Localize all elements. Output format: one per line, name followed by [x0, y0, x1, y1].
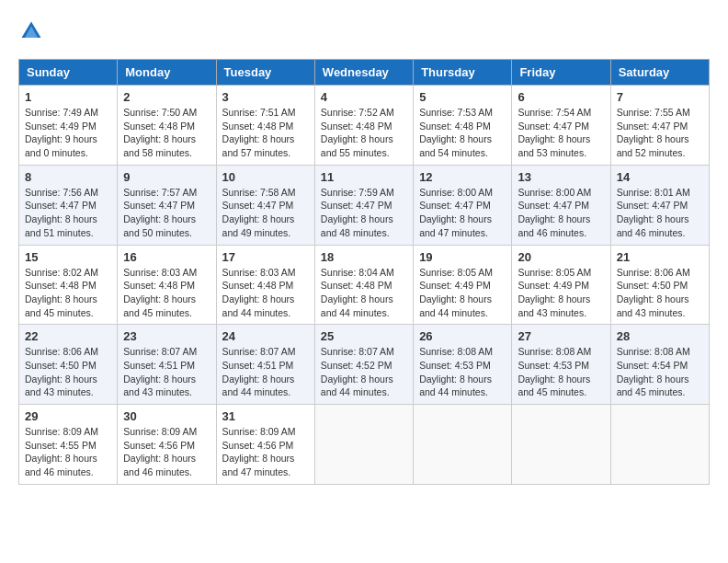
sunrise-label: Sunrise: 8:09 AM: [222, 426, 296, 437]
sunset-label: Sunset: 4:47 PM: [123, 200, 195, 211]
cell-content: Sunrise: 8:08 AM Sunset: 4:54 PM Dayligh…: [617, 345, 703, 399]
cell-content: Sunrise: 7:59 AM Sunset: 4:47 PM Dayligh…: [321, 186, 407, 240]
daylight-label: Daylight: 8 hours and 43 minutes.: [123, 373, 196, 398]
calendar-cell: 23 Sunrise: 8:07 AM Sunset: 4:51 PM Dayl…: [118, 325, 216, 405]
daylight-label: Daylight: 8 hours and 46 minutes.: [617, 213, 689, 238]
daylight-label: Daylight: 8 hours and 47 minutes.: [222, 453, 295, 477]
calendar-cell: 7 Sunrise: 7:55 AM Sunset: 4:47 PM Dayli…: [610, 86, 709, 166]
day-number: 10: [222, 170, 309, 184]
daylight-label: Daylight: 8 hours and 44 minutes.: [321, 373, 393, 398]
calendar-cell: 16 Sunrise: 8:03 AM Sunset: 4:48 PM Dayl…: [118, 245, 216, 325]
day-number: 31: [222, 409, 309, 423]
sunrise-label: Sunrise: 7:55 AM: [617, 107, 690, 118]
sunset-label: Sunset: 4:48 PM: [222, 121, 294, 132]
day-number: 13: [518, 170, 604, 184]
sunset-label: Sunset: 4:55 PM: [25, 440, 97, 451]
cell-content: Sunrise: 8:08 AM Sunset: 4:53 PM Dayligh…: [518, 345, 604, 399]
sunrise-label: Sunrise: 7:51 AM: [222, 107, 296, 118]
daylight-label: Daylight: 8 hours and 49 minutes.: [222, 213, 295, 238]
calendar-cell: 9 Sunrise: 7:57 AM Sunset: 4:47 PM Dayli…: [118, 165, 216, 245]
daylight-label: Daylight: 8 hours and 58 minutes.: [123, 133, 196, 158]
day-number: 26: [419, 329, 506, 343]
sunrise-label: Sunrise: 8:05 AM: [518, 267, 591, 278]
calendar-cell: 22 Sunrise: 8:06 AM Sunset: 4:50 PM Dayl…: [19, 325, 118, 405]
sunrise-label: Sunrise: 8:03 AM: [222, 267, 296, 278]
day-number: 25: [321, 329, 407, 343]
calendar-cell: 31 Sunrise: 8:09 AM Sunset: 4:56 PM Dayl…: [216, 405, 314, 485]
cell-content: Sunrise: 8:04 AM Sunset: 4:48 PM Dayligh…: [321, 266, 407, 320]
sunrise-label: Sunrise: 7:59 AM: [321, 187, 394, 198]
day-number: 18: [321, 250, 407, 264]
day-header-monday: Monday: [118, 60, 216, 86]
daylight-label: Daylight: 8 hours and 44 minutes.: [321, 293, 393, 318]
calendar-cell: 10 Sunrise: 7:58 AM Sunset: 4:47 PM Dayl…: [216, 165, 314, 245]
cell-content: Sunrise: 8:09 AM Sunset: 4:56 PM Dayligh…: [123, 425, 210, 479]
calendar-cell: 15 Sunrise: 8:02 AM Sunset: 4:48 PM Dayl…: [19, 245, 118, 325]
day-number: 30: [123, 409, 210, 423]
sunrise-label: Sunrise: 8:01 AM: [617, 187, 690, 198]
sunset-label: Sunset: 4:47 PM: [321, 200, 392, 211]
sunrise-label: Sunrise: 8:06 AM: [25, 346, 98, 357]
daylight-label: Daylight: 8 hours and 45 minutes.: [123, 293, 196, 318]
day-number: 24: [222, 329, 309, 343]
sunset-label: Sunset: 4:50 PM: [617, 280, 688, 291]
calendar-cell: 18 Sunrise: 8:04 AM Sunset: 4:48 PM Dayl…: [314, 245, 413, 325]
sunset-label: Sunset: 4:47 PM: [25, 200, 97, 211]
day-number: 20: [518, 250, 604, 264]
cell-content: Sunrise: 8:09 AM Sunset: 4:55 PM Dayligh…: [25, 425, 111, 479]
calendar-cell: 30 Sunrise: 8:09 AM Sunset: 4:56 PM Dayl…: [118, 405, 216, 485]
day-number: 1: [25, 90, 111, 104]
logo-icon: [18, 18, 44, 44]
calendar-cell: 19 Sunrise: 8:05 AM Sunset: 4:49 PM Dayl…: [414, 245, 512, 325]
cell-content: Sunrise: 7:51 AM Sunset: 4:48 PM Dayligh…: [222, 106, 309, 160]
daylight-label: Daylight: 8 hours and 51 minutes.: [25, 213, 97, 238]
cell-content: Sunrise: 8:00 AM Sunset: 4:47 PM Dayligh…: [518, 186, 604, 240]
calendar-week-row: 8 Sunrise: 7:56 AM Sunset: 4:47 PM Dayli…: [19, 165, 710, 245]
daylight-label: Daylight: 8 hours and 45 minutes.: [518, 373, 590, 398]
sunrise-label: Sunrise: 7:52 AM: [321, 107, 394, 118]
cell-content: Sunrise: 8:05 AM Sunset: 4:49 PM Dayligh…: [419, 266, 506, 320]
cell-content: Sunrise: 7:49 AM Sunset: 4:49 PM Dayligh…: [25, 106, 111, 160]
calendar-cell: 28 Sunrise: 8:08 AM Sunset: 4:54 PM Dayl…: [610, 325, 709, 405]
calendar-cell: 14 Sunrise: 8:01 AM Sunset: 4:47 PM Dayl…: [610, 165, 709, 245]
day-number: 8: [25, 170, 111, 184]
day-number: 23: [123, 329, 210, 343]
day-number: 2: [123, 90, 210, 104]
sunset-label: Sunset: 4:56 PM: [222, 440, 294, 451]
calendar-cell: 4 Sunrise: 7:52 AM Sunset: 4:48 PM Dayli…: [314, 86, 413, 166]
sunrise-label: Sunrise: 8:09 AM: [25, 426, 98, 437]
day-number: 22: [25, 329, 111, 343]
calendar-cell: 5 Sunrise: 7:53 AM Sunset: 4:48 PM Dayli…: [414, 86, 512, 166]
day-header-tuesday: Tuesday: [216, 60, 314, 86]
sunrise-label: Sunrise: 8:05 AM: [419, 267, 493, 278]
sunrise-label: Sunrise: 7:50 AM: [123, 107, 197, 118]
cell-content: Sunrise: 8:00 AM Sunset: 4:47 PM Dayligh…: [419, 186, 506, 240]
daylight-label: Daylight: 8 hours and 53 minutes.: [518, 133, 590, 158]
sunset-label: Sunset: 4:53 PM: [419, 360, 491, 371]
calendar-week-row: 29 Sunrise: 8:09 AM Sunset: 4:55 PM Dayl…: [19, 405, 710, 485]
sunrise-label: Sunrise: 7:49 AM: [25, 107, 98, 118]
sunset-label: Sunset: 4:54 PM: [617, 360, 688, 371]
page-header: [18, 18, 710, 44]
cell-content: Sunrise: 8:03 AM Sunset: 4:48 PM Dayligh…: [222, 266, 309, 320]
calendar-week-row: 22 Sunrise: 8:06 AM Sunset: 4:50 PM Dayl…: [19, 325, 710, 405]
calendar-cell: 27 Sunrise: 8:08 AM Sunset: 4:53 PM Dayl…: [512, 325, 610, 405]
logo: [18, 18, 48, 44]
day-header-sunday: Sunday: [19, 60, 118, 86]
daylight-label: Daylight: 8 hours and 43 minutes.: [617, 293, 689, 318]
sunrise-label: Sunrise: 7:54 AM: [518, 107, 591, 118]
cell-content: Sunrise: 7:58 AM Sunset: 4:47 PM Dayligh…: [222, 186, 309, 240]
day-number: 4: [321, 90, 407, 104]
day-number: 14: [617, 170, 703, 184]
calendar-cell: [314, 405, 413, 485]
sunrise-label: Sunrise: 8:07 AM: [321, 346, 394, 357]
daylight-label: Daylight: 8 hours and 43 minutes.: [518, 293, 590, 318]
sunrise-label: Sunrise: 8:02 AM: [25, 267, 98, 278]
day-number: 6: [518, 90, 604, 104]
calendar-cell: [414, 405, 512, 485]
cell-content: Sunrise: 8:08 AM Sunset: 4:53 PM Dayligh…: [419, 345, 506, 399]
daylight-label: Daylight: 8 hours and 47 minutes.: [419, 213, 492, 238]
sunrise-label: Sunrise: 8:08 AM: [419, 346, 493, 357]
calendar-cell: 2 Sunrise: 7:50 AM Sunset: 4:48 PM Dayli…: [118, 86, 216, 166]
day-number: 17: [222, 250, 309, 264]
